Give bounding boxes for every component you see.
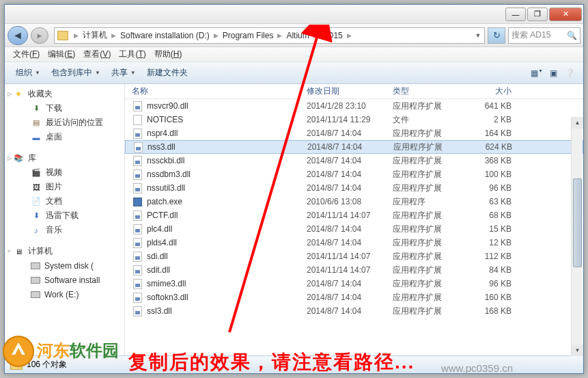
file-name: plds4.dll [147,238,307,247]
file-row[interactable]: smime3.dll2014/8/7 14:04应用程序扩展96 KB [125,277,583,291]
col-size[interactable]: 大小 [471,85,518,97]
file-row[interactable]: nss3.dll2014/8/7 14:04应用程序扩展624 KB [125,140,583,154]
sidebar-recent[interactable]: ▤最近访问的位置 [5,116,124,130]
breadcrumb[interactable]: AD15 [321,28,344,43]
file-date: 2014/8/7 14:04 [307,293,393,302]
sidebar-music[interactable]: ♪音乐 [5,223,124,237]
menu-file[interactable]: 文件(F) [9,49,44,60]
address-dropdown[interactable]: ▼ [472,32,484,39]
file-type: 应用程序扩展 [393,183,471,194]
scroll-up-icon[interactable]: ▲ [572,117,583,129]
collapse-icon[interactable]: ▿ [8,248,10,254]
organize-button[interactable]: 组织▼ [10,65,46,81]
maximize-button[interactable]: ❐ [527,8,548,21]
expand-icon[interactable]: ▷ [8,91,12,97]
breadcrumb[interactable]: Program Files [221,28,275,43]
file-size: 641 KB [471,101,518,111]
file-name: nspr4.dll [147,129,307,138]
file-row[interactable]: plc4.dll2014/8/7 14:04应用程序扩展15 KB [125,222,583,236]
sidebar-pictures[interactable]: 🖼图片 [5,180,124,194]
include-library-button[interactable]: 包含到库中▼ [46,65,106,81]
sidebar-sysdisk[interactable]: System disk ( [5,258,124,273]
sidebar-documents[interactable]: 📄文档 [5,194,124,208]
file-type: 应用程序扩展 [393,306,471,317]
xunlei-icon: ⬇ [31,211,42,221]
sidebar-favorites[interactable]: ▷★收藏夹 [5,87,124,101]
menubar: 文件(F) 编辑(E) 查看(V) 工具(T) 帮助(H) [5,47,583,62]
nav-back-button[interactable]: ◄ [8,26,28,45]
chevron-right-icon[interactable]: ▶ [311,32,321,39]
new-folder-button[interactable]: 新建文件夹 [141,65,193,81]
search-placeholder: 搜索 AD15 [512,29,550,41]
file-name: nssdbm3.dll [147,170,307,179]
desktop-icon: ▬ [31,133,42,142]
col-type[interactable]: 类型 [393,85,471,97]
file-date: 2014/8/7 14:04 [307,129,393,138]
breadcrumb[interactable]: Altium [285,28,310,43]
file-row[interactable]: plds4.dll2014/8/7 14:04应用程序扩展12 KB [125,236,583,249]
file-name: PCTF.dll [147,211,307,220]
col-name[interactable]: 名称 [132,85,307,97]
search-input[interactable]: 搜索 AD15 🔍 [508,27,580,44]
sidebar-softinst[interactable]: Software install [5,273,124,287]
file-row[interactable]: NOTICES2014/11/14 11:29文件2 KB [125,113,583,126]
sidebar-downloads[interactable]: ⬇下载 [5,101,124,116]
file-row[interactable]: PCTF.dll2014/11/14 14:07应用程序扩展68 KB [125,208,583,222]
sidebar-computer[interactable]: ▿🖥计算机 [5,244,124,258]
file-date: 2014/8/7 14:04 [307,170,393,179]
file-name: msvcr90.dll [147,101,307,111]
breadcrumb[interactable]: 计算机 [81,28,109,43]
help-icon[interactable]: ❔ [561,68,578,78]
file-type: 应用程序扩展 [393,292,471,303]
sidebar-libraries[interactable]: ▷📚库 [5,151,124,165]
file-name: smime3.dll [147,279,307,288]
file-row[interactable]: ssl3.dll2014/8/7 14:04应用程序扩展168 KB [125,304,583,318]
sidebar-desktop[interactable]: ▬桌面 [5,130,124,144]
address-bar[interactable]: ▶ 计算机 ▶ Software installation (D:) ▶ Pro… [54,27,485,44]
music-icon: ♪ [31,226,42,235]
file-row[interactable]: nspr4.dll2014/8/7 14:04应用程序扩展164 KB [125,126,583,140]
dll-icon [132,251,143,262]
expand-icon[interactable]: ▷ [8,155,12,161]
refresh-button[interactable]: ↻ [488,27,505,44]
breadcrumb[interactable]: Software installation (D:) [119,28,211,43]
nav-forward-button[interactable]: ► [31,27,48,44]
file-size: 84 KB [471,265,518,275]
file-row[interactable]: nssckbi.dll2014/8/7 14:04应用程序扩展368 KB [125,154,583,167]
file-size: 96 KB [471,279,518,288]
menu-view[interactable]: 查看(V) [79,49,115,60]
sidebar-work[interactable]: Work (E:) [5,287,124,301]
file-type: 应用程序扩展 [393,141,471,153]
chevron-right-icon[interactable]: ▶ [275,32,285,39]
menu-tools[interactable]: 工具(T) [115,49,150,60]
chevron-right-icon[interactable]: ▶ [344,32,354,39]
col-date[interactable]: 修改日期 [307,85,393,97]
menu-edit[interactable]: 编辑(E) [44,49,79,60]
view-options-icon[interactable]: ▦ ▼ [529,68,545,78]
file-row[interactable]: softokn3.dll2014/8/7 14:04应用程序扩展160 KB [125,291,583,304]
close-button[interactable]: ✕ [549,8,582,21]
sidebar-videos[interactable]: 🎬视频 [5,165,124,180]
file-row[interactable]: msvcr90.dll2014/1/28 23:10应用程序扩展641 KB [125,99,583,113]
file-row[interactable]: nssutil3.dll2014/8/7 14:04应用程序扩展96 KB [125,181,583,195]
chevron-right-icon[interactable]: ▶ [109,32,119,39]
file-row[interactable]: sdi.dll2014/11/14 14:07应用程序扩展112 KB [125,249,583,263]
share-button[interactable]: 共享▼ [106,65,141,81]
sidebar-xunlei[interactable]: ⬇迅雷下载 [5,208,124,223]
chevron-right-icon[interactable]: ▶ [71,32,81,39]
file-row[interactable]: nssdbm3.dll2014/8/7 14:04应用程序扩展100 KB [125,167,583,181]
scrollbar[interactable]: ▲ ▼ [571,117,583,356]
file-row[interactable]: patch.exe2010/6/6 13:08应用程序63 KB [125,195,583,208]
menu-help[interactable]: 帮助(H) [150,49,186,60]
scroll-down-icon[interactable]: ▼ [572,345,583,356]
preview-pane-icon[interactable]: ▣ [545,68,561,78]
file-date: 2014/8/7 14:04 [307,183,393,193]
minimize-button[interactable]: — [505,8,526,21]
scroll-thumb[interactable] [573,178,582,267]
file-type: 应用程序扩展 [393,237,471,249]
dll-icon [132,306,143,316]
file-row[interactable]: sdit.dll2014/11/14 14:07应用程序扩展84 KB [125,263,583,277]
file-date: 2014/8/7 14:04 [307,238,393,247]
dll-icon [132,292,143,303]
chevron-right-icon[interactable]: ▶ [211,32,221,39]
